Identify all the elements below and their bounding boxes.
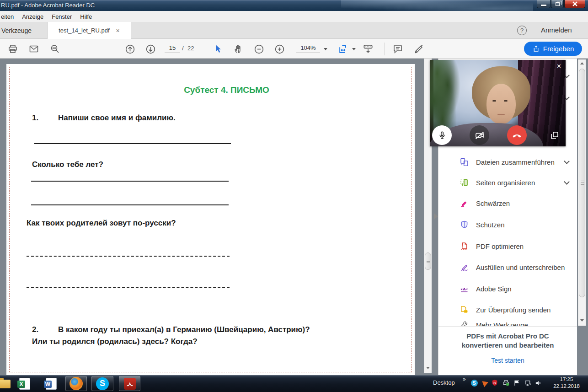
print-button[interactable] — [7, 43, 19, 55]
menu-item-hilfe[interactable]: Hilfe — [76, 12, 96, 21]
redact-icon — [459, 198, 469, 208]
scroll-up-icon[interactable] — [580, 62, 584, 64]
fit-width-icon — [338, 43, 349, 55]
camera-off-button[interactable] — [470, 125, 489, 145]
highlight-button[interactable] — [412, 43, 424, 55]
previous-page-button[interactable] — [124, 43, 136, 55]
hang-up-button[interactable] — [507, 125, 527, 145]
tab-close-icon[interactable]: × — [116, 27, 120, 34]
window-controls — [536, 0, 585, 8]
tray-gdata-shield-icon[interactable]: G — [491, 379, 499, 387]
organize-pages-icon — [459, 177, 469, 188]
answer-line — [34, 143, 231, 144]
chevron-down-icon — [564, 179, 570, 185]
sidebar-item-label: Seiten organisieren — [476, 179, 535, 187]
menu-item-bearbeiten[interactable]: eiten — [0, 12, 18, 21]
taskbar-word-button[interactable]: W — [44, 377, 59, 391]
taskbar-excel-button[interactable]: X — [17, 377, 32, 391]
minimize-button[interactable] — [537, 0, 551, 8]
webcam-person-mouth — [497, 114, 505, 115]
answer-line-dashed — [27, 256, 230, 257]
tray-flag-icon[interactable] — [513, 379, 521, 387]
tray-printer-icon[interactable] — [502, 379, 510, 387]
sidebar-item-optimize-pdf[interactable]: PDF optimieren — [438, 239, 577, 253]
sidebar-item-adobe-sign[interactable]: Adobe Sign — [438, 282, 577, 295]
close-button[interactable] — [564, 0, 585, 8]
sidebar-item-label: Dateien zusammenführen — [476, 158, 555, 166]
taskbar-explorer-button[interactable] — [0, 377, 12, 391]
select-tool-button[interactable] — [212, 43, 224, 55]
document-title: Субтест 4. ПИСЬМО — [38, 85, 415, 95]
tab-document-label: test_14_let_RU.pdf — [59, 27, 109, 34]
menu-item-anzeige[interactable]: Anzeige — [18, 12, 48, 21]
answer-line-dashed — [27, 287, 230, 288]
menu-item-fenster[interactable]: Fenster — [48, 12, 76, 21]
taskbar-clock[interactable]: 17:25 22.12.2018 — [548, 376, 585, 390]
sidebar-item-combine-files[interactable]: Dateien zusammenführen — [438, 155, 577, 169]
page-number-input[interactable]: 15 — [165, 44, 180, 53]
fit-width-button[interactable] — [337, 43, 349, 55]
minimize-icon — [541, 5, 546, 6]
taskbar-firefox-button[interactable] — [65, 376, 87, 391]
document-scrollbar-thumb[interactable] — [425, 252, 431, 270]
page-display-icon — [362, 43, 374, 55]
tray-arrow-icon[interactable] — [480, 379, 488, 387]
zoom-out-icon — [253, 43, 265, 55]
scroll-down-icon[interactable] — [426, 367, 430, 369]
help-button[interactable]: ? — [517, 26, 527, 35]
page-display-button[interactable] — [362, 43, 374, 55]
taskbar-acrobat-button[interactable] — [119, 376, 140, 391]
tray-skype-icon[interactable]: S — [470, 379, 478, 387]
clock-time: 17:25 — [548, 376, 585, 383]
restore-button[interactable] — [551, 0, 564, 8]
promo-text-line1: PDFs mit Acrobat Pro DC — [438, 332, 577, 340]
webcam-close-icon[interactable]: × — [557, 62, 561, 70]
zoom-in-icon — [274, 43, 285, 55]
question-2-text-line1: В каком году ты приехал(а) в Германию (Ш… — [58, 325, 310, 334]
promo-text-line2: konvertieren und bearbeiten — [438, 341, 577, 349]
zoom-dropdown-caret-icon[interactable] — [324, 48, 327, 50]
comment-button[interactable] — [392, 43, 404, 55]
zoom-out-button[interactable] — [253, 43, 265, 55]
panel-toggle-arrow[interactable] — [434, 213, 438, 220]
sign-in-link[interactable]: Anmelden — [541, 26, 572, 34]
sidebar-item-organize-pages[interactable]: Seiten organisieren — [438, 176, 577, 189]
start-trial-link[interactable]: Test starten — [438, 357, 577, 364]
share-button[interactable]: Freigeben — [524, 42, 582, 56]
tab-document[interactable]: test_14_let_RU.pdf × — [47, 22, 131, 39]
hand-tool-button[interactable] — [232, 43, 244, 55]
webcam-person-eye — [504, 100, 508, 102]
question-1-number: 1. — [32, 113, 38, 123]
menu-bar: eiten Anzeige Fenster Hilfe — [0, 11, 588, 22]
sidebar-item-more-tools[interactable]: Mehr Werkzeuge — [438, 315, 577, 326]
microphone-button[interactable] — [432, 125, 452, 145]
firefox-icon — [69, 377, 83, 390]
sidebar-item-protect[interactable]: Schützen — [438, 218, 577, 231]
close-icon — [572, 1, 578, 7]
scroll-down-icon[interactable] — [580, 319, 584, 322]
fit-width-dropdown-caret-icon[interactable] — [352, 48, 356, 50]
search-button[interactable] — [49, 43, 61, 55]
tray-volume-icon[interactable] — [534, 379, 542, 387]
email-button[interactable] — [28, 43, 40, 55]
sidebar-item-redact[interactable]: Schwärzen — [438, 196, 577, 210]
tray-network-icon[interactable] — [524, 379, 532, 387]
video-call-overlay: × — [430, 60, 566, 146]
desktop-toolbar-label[interactable]: Desktop — [433, 379, 455, 386]
page-up-icon — [124, 43, 136, 55]
sidebar-item-label: Adobe Sign — [476, 285, 512, 293]
tools-panel-scrollbar-thumb[interactable] — [579, 69, 585, 297]
camera-off-icon — [474, 130, 485, 141]
taskbar-overflow-chevron[interactable]: » — [463, 376, 466, 382]
taskbar-skype-button[interactable]: S — [91, 376, 113, 391]
tab-werkzeuge[interactable]: Verkzeuge — [0, 22, 32, 39]
share-button-label: Freigeben — [543, 45, 574, 53]
question-2-number: 2. — [32, 325, 38, 334]
pop-out-button[interactable] — [545, 125, 564, 145]
next-page-button[interactable] — [144, 43, 156, 55]
sidebar-item-fill-sign[interactable]: Ausfüllen und unterschreiben — [438, 260, 577, 274]
webcam-person-face — [486, 84, 516, 124]
tools-panel-scrollbar[interactable] — [578, 59, 586, 326]
zoom-level-input[interactable]: 104% — [296, 44, 320, 53]
zoom-in-button[interactable] — [273, 43, 285, 55]
